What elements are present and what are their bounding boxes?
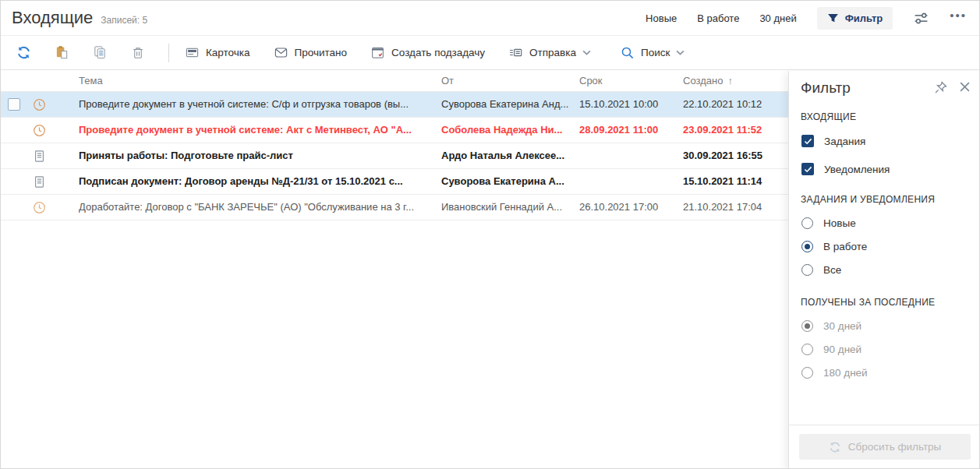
filter-section-received: ПОЛУЧЕНЫ ЗА ПОСЛЕДНИЕ [801, 297, 935, 308]
column-header-created[interactable]: Создано↑ [683, 70, 733, 92]
send-menu-label: Отправка [529, 47, 576, 58]
copy-button[interactable] [88, 41, 112, 64]
sort-ascending-icon: ↑ [727, 75, 733, 86]
toolbar: Карточка Прочитано Создать подзадачу [1, 36, 979, 70]
task-due: 26.10.2021 17:00 [579, 195, 676, 220]
task-subject: Подписан документ: Договор аренды №Д-21/… [79, 169, 431, 194]
filter-radio-new-label: Новые [823, 217, 856, 229]
filter-section-incoming: ВХОДЯЩИЕ [801, 111, 856, 122]
clock-icon [33, 124, 46, 137]
filter-panel-footer: Сбросить фильтры [789, 425, 980, 469]
filter-radio-all[interactable]: Все [801, 264, 841, 276]
paste-icon [55, 45, 69, 60]
create-subtask-label: Создать подзадачу [391, 47, 485, 58]
chevron-down-icon [582, 50, 591, 55]
column-header-from[interactable]: От [441, 70, 454, 92]
task-due: 15.10.2021 10:00 [579, 92, 676, 117]
more-actions-button[interactable]: ••• [950, 16, 967, 19]
filter-panel-title: Фильтр [801, 79, 851, 97]
filter-checkbox-tasks[interactable]: Задания [801, 135, 865, 147]
filter-radio-180-days-label: 180 дней [823, 367, 868, 379]
task-created: 21.10.2021 17:04 [683, 195, 780, 220]
filter-checkbox-tasks-label: Задания [824, 136, 865, 147]
calendar-check-icon [370, 45, 385, 60]
filter-radio-90-days-label: 90 дней [823, 344, 861, 355]
send-list-icon [508, 45, 523, 60]
page-title: Входящие [12, 8, 93, 28]
radio-checked-icon [801, 241, 813, 252]
header-filter-summary: Новые В работе 30 дней Фильтр ••• [646, 7, 967, 30]
create-subtask-button[interactable]: Создать подзадачу [366, 41, 490, 64]
task-due: 28.09.2021 11:00 [579, 118, 676, 143]
view-settings-button[interactable] [913, 10, 929, 26]
filter-checkbox-notifications-label: Уведомления [824, 164, 890, 175]
radio-unchecked-icon [801, 217, 813, 229]
checkbox-checked-icon [801, 163, 814, 175]
filter-section-tasks-notifications: ЗАДАНИЯ И УВЕДОМЛЕНИЯ [801, 194, 935, 205]
filter-radio-90-days[interactable]: 90 дней [801, 344, 861, 355]
search-menu-button[interactable]: Поиск [616, 42, 689, 64]
column-header-subject[interactable]: Тема [79, 70, 103, 92]
send-menu-button[interactable]: Отправка [504, 41, 596, 64]
close-panel-button[interactable] [959, 81, 971, 93]
filter-radio-in-progress[interactable]: В работе [801, 241, 867, 252]
radio-unchecked-icon [801, 367, 813, 379]
search-menu-label: Поиск [641, 47, 670, 58]
radio-unchecked-icon [801, 344, 813, 355]
records-count: Записей: 5 [101, 15, 147, 26]
task-created: 15.10.2021 11:14 [683, 169, 780, 194]
column-header-due[interactable]: Срок [579, 70, 603, 92]
funnel-icon [827, 12, 839, 24]
filter-button[interactable]: Фильтр [817, 7, 893, 30]
trash-icon [131, 46, 145, 60]
filter-radio-180-days[interactable]: 180 дней [801, 367, 868, 379]
refresh-button[interactable] [12, 41, 36, 64]
inbox-window: Входящие Записей: 5 Новые В работе 30 дн… [0, 0, 980, 469]
mark-read-label: Прочитано [295, 47, 348, 58]
row-checkbox[interactable] [8, 98, 20, 111]
task-from: Ардо Наталья Алексее... [441, 143, 572, 168]
radio-checked-icon [801, 320, 813, 332]
document-icon [33, 175, 46, 189]
refresh-icon [16, 45, 31, 60]
sliders-icon [913, 10, 929, 26]
mark-read-button[interactable]: Прочитано [269, 41, 352, 64]
card-button[interactable]: Карточка [180, 41, 255, 64]
paste-button[interactable] [50, 41, 74, 64]
reset-filters-button[interactable]: Сбросить фильтры [799, 434, 971, 460]
chip-30-days[interactable]: 30 дней [759, 12, 796, 24]
copy-icon [93, 45, 108, 60]
filter-radio-all-label: Все [823, 264, 841, 276]
clock-icon [33, 201, 46, 214]
task-created: 23.09.2021 11:52 [683, 118, 780, 143]
task-subject: Приняты работы: Подготовьте прайс-лист [79, 143, 431, 168]
chip-in-progress[interactable]: В работе [697, 12, 739, 24]
filter-radio-new[interactable]: Новые [801, 217, 856, 229]
pin-icon [933, 80, 948, 95]
task-subject: Проведите документ в учетной системе: Ак… [79, 118, 431, 143]
search-icon [621, 46, 635, 60]
filter-panel: Фильтр ВХОДЯЩИЕ Задания [788, 71, 980, 469]
ellipsis-icon: ••• [950, 12, 967, 19]
card-button-label: Карточка [206, 47, 250, 58]
task-from: Суворова Екатерина Анд... [441, 92, 572, 117]
delete-button[interactable] [126, 42, 150, 64]
filter-checkbox-notifications[interactable]: Уведомления [801, 163, 890, 175]
pin-panel-button[interactable] [933, 80, 948, 95]
column-header-created-label: Создано [683, 75, 723, 86]
checkbox-checked-icon [801, 135, 814, 147]
task-created: 22.10.2021 10:12 [683, 92, 780, 117]
radio-unchecked-icon [801, 264, 813, 276]
chip-new[interactable]: Новые [646, 12, 677, 24]
chevron-down-icon [676, 50, 685, 55]
filter-radio-in-progress-label: В работе [823, 241, 867, 252]
task-from: Суворова Екатерина А... [441, 169, 572, 194]
page-header: Входящие Записей: 5 Новые В работе 30 дн… [1, 1, 979, 36]
close-icon [959, 81, 971, 93]
filter-button-label: Фильтр [845, 12, 883, 24]
reset-filters-label: Сбросить фильтры [848, 441, 942, 453]
task-subject: Доработайте: Договор с "БАНК ЗАРЕЧЬЕ" (А… [79, 195, 431, 220]
envelope-icon [274, 45, 288, 60]
task-from: Соболева Надежда Ни... [441, 118, 572, 143]
filter-radio-30-days[interactable]: 30 дней [801, 320, 861, 332]
